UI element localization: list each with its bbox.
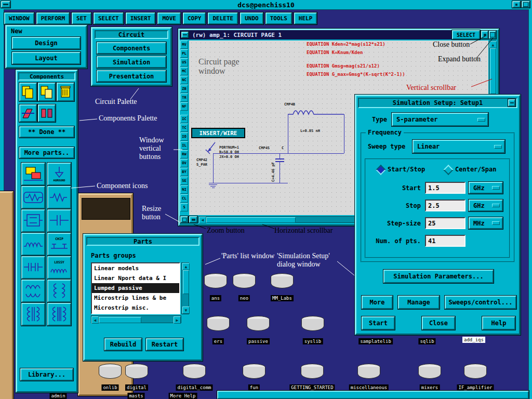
components-button[interactable]: Components — [97, 42, 166, 54]
menu-item-copy[interactable]: COPY — [183, 12, 206, 24]
more-button[interactable]: More — [362, 296, 393, 309]
toolbar-letter-button[interactable]: RW — [180, 150, 188, 158]
component-icon-cell[interactable] — [21, 256, 45, 279]
manage-button[interactable]: Manage — [398, 296, 440, 309]
sweeps-control-button[interactable]: Sweeps/control... — [445, 296, 516, 309]
type-option-menu[interactable]: S-parameter — [392, 113, 488, 126]
scroll-up-arrow[interactable]: ▲ — [489, 41, 497, 48]
component-icon-cell[interactable] — [21, 303, 45, 326]
horizontal-scroll-thumb[interactable] — [206, 217, 296, 223]
menu-item-perform[interactable]: PERFORM — [36, 12, 70, 24]
start-simulation-button[interactable]: Start — [362, 316, 395, 330]
parts-list-item[interactable]: Microstrip misc. — [92, 303, 179, 313]
toolbar-letter-button[interactable]: IL — [180, 141, 188, 150]
scroll-right-arrow[interactable]: ▶ — [174, 316, 181, 324]
circuit-palette-window[interactable]: Circuit Components Simulation Presentati… — [91, 27, 172, 86]
help-button[interactable]: Help — [482, 316, 515, 330]
db-icon[interactable] — [204, 273, 227, 292]
scroll-down-arrow[interactable]: ▼ — [182, 307, 190, 314]
db-icon[interactable] — [99, 364, 122, 382]
db-icon[interactable] — [464, 364, 487, 382]
num-pts-field-input[interactable]: 41 — [425, 235, 466, 247]
toolbar-letter-button[interactable]: ZB — [180, 85, 188, 93]
vertical-scroll-thumb[interactable] — [183, 270, 189, 294]
start-unit-menu[interactable]: GHz — [469, 182, 503, 194]
component-icon-cell[interactable]: LOSSY — [47, 256, 71, 279]
toolbar-letter-button[interactable]: SE — [180, 177, 188, 185]
db-icon[interactable] — [243, 364, 265, 382]
toolbar-letter-button[interactable]: PL — [180, 49, 188, 58]
maximize-button[interactable] — [522, 1, 530, 8]
toolbar-letter-button[interactable]: MV — [180, 41, 188, 49]
start-field-input[interactable]: 1.5 — [425, 182, 466, 194]
component-icon-cell[interactable] — [21, 163, 45, 185]
component-icon-cell[interactable] — [47, 280, 71, 302]
yellow-pages-icon-button[interactable] — [19, 83, 37, 101]
step-size-field-input[interactable]: 25 — [425, 217, 466, 229]
parts-window-title[interactable]: Parts — [86, 237, 200, 246]
menu-item-move[interactable]: MOVE — [157, 12, 181, 24]
menu-item-tools[interactable]: TOOLS — [265, 12, 292, 24]
toolbar-letter-button[interactable]: NI — [180, 185, 188, 194]
toolbar-letter-button[interactable]: TR — [180, 94, 188, 102]
more-parts-button[interactable]: More parts.. — [19, 147, 74, 158]
db-icon[interactable] — [418, 364, 441, 382]
toolbar-letter-button[interactable]: NC — [180, 76, 188, 84]
scroll-left-arrow[interactable]: ◀ — [91, 316, 99, 324]
simulation-setup-dialog[interactable]: Simulation Setup: Setup1 Type S-paramete… — [355, 95, 521, 335]
toolbar-letter-button[interactable]: IC — [180, 115, 188, 123]
sim-dialog-menu-button[interactable] — [508, 99, 515, 107]
toolbar-letter-button[interactable]: BY — [180, 168, 188, 176]
toolbar-letter-button[interactable]: NF — [180, 102, 188, 111]
component-icon-cell[interactable] — [47, 303, 71, 326]
parts-list-item[interactable]: Linear models — [92, 263, 179, 273]
yellow-delete-icon-button[interactable] — [57, 83, 74, 101]
db-icon[interactable] — [125, 364, 148, 382]
yellow-copy-icon-button[interactable] — [38, 83, 56, 101]
db-icon[interactable] — [271, 273, 294, 292]
menu-item-help[interactable]: HELP — [294, 12, 317, 24]
insert-wire-status[interactable]: INSERT/WIRE — [191, 128, 245, 138]
simulation-button[interactable]: Simulation — [97, 56, 166, 68]
db-icon[interactable] — [233, 273, 256, 292]
design-button[interactable]: Design — [12, 37, 81, 49]
db-icon[interactable] — [247, 316, 270, 335]
parts-list-item[interactable]: Linear Nport data & I — [92, 273, 179, 283]
circuit-close-button[interactable] — [481, 31, 488, 39]
toolbar-letter-button[interactable]: TC — [180, 124, 188, 132]
circuit-expand-button[interactable] — [489, 31, 496, 39]
components-palette-title[interactable]: Components — [18, 72, 75, 81]
presentation-button[interactable]: Presentation — [97, 70, 166, 82]
toolbar-letter-button[interactable]: IO — [180, 132, 188, 141]
parts-vertical-scrollbar[interactable]: ▲ ▼ — [181, 262, 189, 314]
horizontal-scroll-thumb[interactable] — [99, 317, 141, 323]
parts-list-item[interactable]: Microstrip lines & be — [92, 293, 179, 303]
transistor-icon-button[interactable] — [19, 104, 37, 122]
component-icon-cell[interactable] — [47, 209, 71, 232]
simulation-parameters-button[interactable]: Simulation Parameters... — [383, 270, 494, 283]
sim-dialog-title[interactable]: Simulation Setup: Setup1 — [358, 98, 517, 108]
menu-item-undo[interactable]: UNDO — [240, 12, 263, 24]
close-dialog-button[interactable]: Close — [422, 316, 455, 330]
stop-field-input[interactable]: 2.5 — [425, 200, 466, 211]
db-icon[interactable] — [301, 364, 324, 382]
menu-item-set[interactable]: SET — [72, 12, 91, 24]
circuit-zoom-button[interactable] — [189, 216, 197, 223]
background-window-left[interactable] — [0, 191, 14, 399]
stop-unit-menu[interactable]: GHz — [469, 200, 503, 211]
toolbar-letter-button[interactable]: CL — [180, 194, 188, 203]
layout-button[interactable]: Layout — [12, 52, 81, 64]
menu-item-delete[interactable]: DELETE — [208, 12, 238, 24]
step-size-unit-menu[interactable]: MHz — [469, 217, 503, 229]
window-frame-right[interactable] — [528, 9, 532, 399]
component-icon-cell[interactable] — [21, 233, 45, 256]
minimize-button[interactable] — [512, 1, 521, 8]
toolbar-letter-button[interactable]: S — [180, 203, 188, 211]
circuit-window-menu-button[interactable] — [181, 32, 189, 38]
done-button[interactable]: ** Done ** — [19, 126, 74, 138]
scroll-up-arrow[interactable]: ▲ — [182, 263, 190, 270]
circuit-resize-button[interactable] — [180, 216, 188, 223]
toolbar-letter-button[interactable]: MC — [180, 67, 188, 75]
window-frame-left[interactable] — [0, 9, 4, 192]
component-icon-cell[interactable] — [21, 280, 45, 302]
